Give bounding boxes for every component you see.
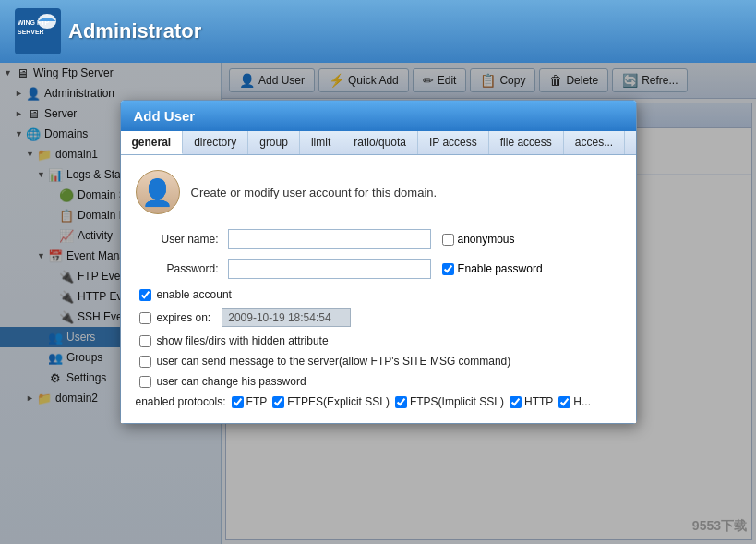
add-user-modal: Add User general directory group limit r… xyxy=(120,100,637,424)
show-hidden-row: show files/dirs with hidden attribute xyxy=(139,334,621,347)
password-label: Password: xyxy=(136,262,219,275)
modal-title: Add User xyxy=(121,101,636,131)
watermark: 9553下载 xyxy=(692,518,747,535)
protocol-ftps-label: FTPS(Implicit SSL) xyxy=(410,395,504,408)
change-password-checkbox[interactable] xyxy=(139,376,151,388)
tab-general[interactable]: general xyxy=(121,131,184,154)
tab-ip-access[interactable]: IP access xyxy=(418,131,489,154)
protocol-ftpes-checkbox[interactable] xyxy=(272,396,284,408)
header-title: Administrator xyxy=(68,19,201,43)
enable-password-option: Enable password xyxy=(442,262,543,275)
show-hidden-label: show files/dirs with hidden attribute xyxy=(157,334,329,347)
protocol-ftp-checkbox[interactable] xyxy=(232,396,244,408)
protocol-ftp-label: FTP xyxy=(246,395,268,408)
modal-body: 👤 Create or modify user account for this… xyxy=(121,155,636,423)
enable-password-checkbox[interactable] xyxy=(442,263,454,275)
logo: WING FTP SERVER xyxy=(15,8,61,54)
protocol-more: H... xyxy=(558,395,591,408)
logo-icon: WING FTP SERVER xyxy=(15,8,61,54)
protocol-ftps-checkbox[interactable] xyxy=(395,396,407,408)
modal-tabs: general directory group limit ratio/quot… xyxy=(121,131,636,155)
protocol-http-checkbox[interactable] xyxy=(510,396,522,408)
change-password-label: user can change his password xyxy=(157,375,306,388)
username-label: User name: xyxy=(136,233,219,246)
expires-on-checkbox[interactable] xyxy=(139,312,151,324)
tab-directory[interactable]: directory xyxy=(183,131,248,154)
tab-limit[interactable]: limit xyxy=(300,131,342,154)
protocol-more-checkbox[interactable] xyxy=(558,396,570,408)
protocol-ftpes: FTPES(Explicit SSL) xyxy=(272,395,390,408)
password-input[interactable] xyxy=(228,259,431,279)
expires-date-input[interactable] xyxy=(222,308,351,327)
anonymous-option: anonymous xyxy=(442,233,515,246)
password-row: Password: Enable password xyxy=(136,259,621,279)
tab-file-access[interactable]: file access xyxy=(489,131,564,154)
expires-on-label: expires on: xyxy=(157,311,211,324)
user-avatar-section: 👤 Create or modify user account for this… xyxy=(136,170,621,214)
protocols-row: enabled protocols: FTP FTPES(Explicit SS… xyxy=(136,395,621,408)
tab-access-more[interactable]: acces... xyxy=(564,131,625,154)
username-input[interactable] xyxy=(228,229,431,249)
modal-overlay: Add User general directory group limit r… xyxy=(0,63,756,544)
change-password-row: user can change his password xyxy=(139,375,621,388)
anonymous-label: anonymous xyxy=(458,233,515,246)
protocol-ftpes-label: FTPES(Explicit SSL) xyxy=(287,395,390,408)
show-hidden-checkbox[interactable] xyxy=(139,335,151,347)
send-message-label: user can send message to the server(allo… xyxy=(157,355,511,368)
avatar: 👤 xyxy=(136,170,180,214)
enable-password-label: Enable password xyxy=(458,262,543,275)
expires-on-row: expires on: xyxy=(139,308,621,327)
protocols-label: enabled protocols: xyxy=(136,395,226,408)
protocol-http: HTTP xyxy=(510,395,553,408)
enable-account-row: enable account xyxy=(139,288,621,301)
send-message-checkbox[interactable] xyxy=(139,356,151,368)
header: WING FTP SERVER Administrator xyxy=(0,0,756,63)
tab-ratio-quota[interactable]: ratio/quota xyxy=(342,131,418,154)
username-row: User name: anonymous xyxy=(136,229,621,249)
protocol-more-label: H... xyxy=(573,395,591,408)
protocol-http-label: HTTP xyxy=(524,395,553,408)
create-description: Create or modify user account for this d… xyxy=(191,186,438,199)
enable-account-label: enable account xyxy=(157,288,232,301)
svg-text:SERVER: SERVER xyxy=(18,29,44,35)
enable-account-checkbox[interactable] xyxy=(139,289,151,301)
anonymous-checkbox[interactable] xyxy=(442,234,454,246)
protocol-ftp: FTP xyxy=(232,395,268,408)
protocol-ftps: FTPS(Implicit SSL) xyxy=(395,395,504,408)
tab-group[interactable]: group xyxy=(248,131,300,154)
send-message-row: user can send message to the server(allo… xyxy=(139,355,621,368)
